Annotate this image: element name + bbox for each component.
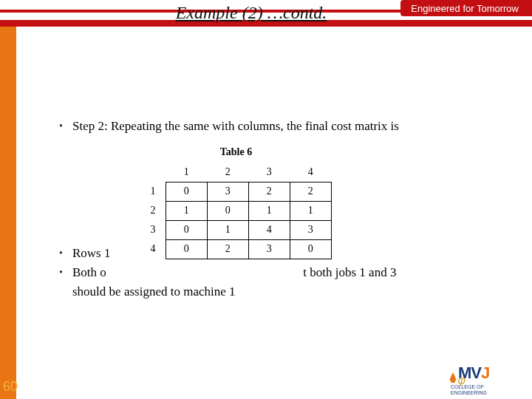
col-header: 4 bbox=[290, 163, 331, 182]
slide-title: Example (2) …contd. bbox=[118, 3, 384, 23]
cell: 0 bbox=[207, 201, 248, 220]
cost-matrix-table: 1 2 3 4 1 0 3 2 2 2 1 0 1 1 3 0 bbox=[140, 163, 332, 259]
bullet-icon: • bbox=[59, 245, 72, 262]
table-row: 2 1 0 1 1 bbox=[140, 201, 331, 220]
table-col-headers: 1 2 3 4 bbox=[140, 163, 331, 182]
col-header: 1 bbox=[166, 163, 207, 182]
mvj-logo: φ MVJ COLLEGE OF ENGINEERING bbox=[449, 364, 523, 393]
cell: 0 bbox=[166, 220, 207, 239]
bullet-3: • Both o t both jobs 1 and 3 bbox=[59, 265, 502, 281]
flame-icon bbox=[449, 372, 457, 383]
logo-subtext: COLLEGE OF ENGINEERING bbox=[451, 384, 487, 396]
bullet-2-text: Rows 1 bbox=[72, 245, 110, 262]
cell: 0 bbox=[290, 239, 331, 259]
tagline-text: Engineered for Tomorrow bbox=[411, 3, 519, 14]
phi-glyph: φ bbox=[458, 374, 466, 387]
logo-sub1: COLLEGE OF bbox=[451, 384, 484, 389]
table-6: Table 6 1 2 3 4 1 0 3 2 2 2 1 0 1 1 bbox=[134, 146, 338, 259]
table-row: 1 0 3 2 2 bbox=[140, 182, 331, 201]
bullet-3-text: Both o t both jobs 1 and 3 bbox=[72, 265, 486, 281]
cell: 4 bbox=[248, 220, 290, 239]
cell: 0 bbox=[166, 182, 207, 201]
cell: 1 bbox=[248, 201, 290, 220]
col-header: 2 bbox=[207, 163, 248, 182]
left-accent-bar bbox=[0, 0, 16, 399]
cell: 2 bbox=[248, 182, 290, 201]
cell: 1 bbox=[166, 201, 207, 220]
page-number: 60 bbox=[3, 379, 18, 395]
bullet-3-cont-text: should be assigned to machine 1 bbox=[72, 284, 236, 300]
row-label: 1 bbox=[140, 182, 166, 201]
slide: Engineered for Tomorrow Example (2) …con… bbox=[0, 0, 532, 399]
logo-sub2: ENGINEERING bbox=[451, 390, 487, 395]
corner-cell bbox=[140, 163, 166, 182]
row-label: 4 bbox=[140, 239, 166, 259]
table-row: 4 0 2 3 0 bbox=[140, 239, 331, 259]
row-label: 2 bbox=[140, 201, 166, 220]
bullet-icon: • bbox=[59, 118, 72, 134]
cell: 3 bbox=[290, 220, 331, 239]
cell: 2 bbox=[207, 239, 248, 259]
table-caption: Table 6 bbox=[134, 146, 338, 158]
bullet-1: • Step 2: Repeating the same with column… bbox=[59, 118, 502, 134]
row-label: 3 bbox=[140, 220, 166, 239]
bullet-3-right: t both jobs 1 and 3 bbox=[303, 265, 396, 279]
bullet-3-cont: should be assigned to machine 1 bbox=[59, 284, 502, 300]
cell: 2 bbox=[290, 182, 331, 201]
table-row: 3 0 1 4 3 bbox=[140, 220, 331, 239]
logo-j: J bbox=[481, 364, 489, 382]
cell: 1 bbox=[290, 201, 331, 220]
col-header: 3 bbox=[248, 163, 290, 182]
cell: 3 bbox=[207, 182, 248, 201]
bullet-icon: • bbox=[59, 265, 72, 281]
cell: 3 bbox=[248, 239, 290, 259]
cell: 1 bbox=[207, 220, 248, 239]
bullet-3-left: Both o bbox=[72, 265, 106, 279]
cell: 0 bbox=[166, 239, 207, 259]
tagline-badge: Engineered for Tomorrow bbox=[400, 0, 532, 16]
bullet-1-text: Step 2: Repeating the same with columns,… bbox=[72, 118, 399, 134]
